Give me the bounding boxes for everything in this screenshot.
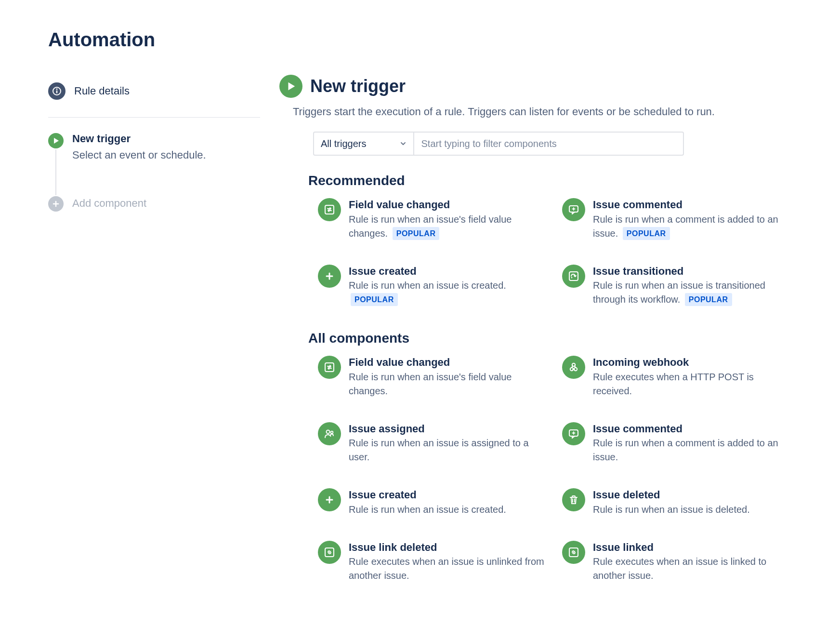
plus-icon: [318, 265, 341, 288]
popular-badge: POPULAR: [685, 293, 732, 306]
webhook-icon: [562, 356, 585, 379]
popular-badge: POPULAR: [351, 293, 398, 306]
step-subtitle: Select an event or schedule.: [72, 149, 206, 161]
plus-icon: [48, 196, 64, 212]
trigger-card-desc: Rule is run when an issue's field value …: [349, 370, 548, 398]
trigger-card-title: Issue created: [349, 265, 548, 278]
trigger-card-desc: Rule executes when a HTTP POST is receiv…: [593, 370, 792, 398]
main-description: Triggers start the execution of a rule. …: [293, 106, 792, 118]
add-component-label: Add component: [72, 197, 146, 210]
main-panel: New trigger Triggers start the execution…: [279, 75, 792, 607]
trigger-card-title: Issue transitioned: [593, 265, 792, 278]
trigger-grid: Field value changedRule is run when an i…: [318, 198, 792, 307]
trigger-card-desc: Rule executes when an issue is linked to…: [593, 555, 792, 583]
trigger-card-title: Issue commented: [593, 422, 792, 436]
link-icon: [562, 541, 585, 564]
trigger-card-title: Issue assigned: [349, 422, 548, 436]
trigger-card-title: Issue created: [349, 488, 548, 502]
popular-badge: POPULAR: [393, 227, 440, 240]
sidebar: Rule details New trigger Select an event…: [48, 75, 260, 607]
trigger-card-desc: Rule is run when an issue is created.: [349, 503, 548, 517]
trigger-card-issue-deleted[interactable]: Issue deletedRule is run when an issue i…: [562, 488, 792, 517]
comment-icon: [562, 422, 585, 445]
trigger-card-desc: Rule is run when an issue is transitione…: [593, 279, 792, 307]
trigger-card-field-value-changed[interactable]: Field value changedRule is run when an i…: [318, 198, 548, 240]
page-title: Automation: [48, 29, 792, 51]
trigger-card-desc: Rule is run when a comment is added to a…: [593, 213, 792, 240]
plus-icon: [318, 488, 341, 511]
trigger-card-issue-commented[interactable]: Issue commentedRule is run when a commen…: [562, 198, 792, 240]
swap-icon: [318, 356, 341, 379]
assign-icon: [318, 422, 341, 445]
trigger-card-desc: Rule is run when an issue's field value …: [349, 213, 548, 240]
trigger-card-desc: Rule executes when an issue is unlinked …: [349, 555, 548, 583]
comment-icon: [562, 198, 585, 221]
trigger-card-title: Incoming webhook: [593, 356, 792, 369]
section-heading: All components: [308, 331, 792, 346]
trigger-card-issue-assigned[interactable]: Issue assignedRule is run when an issue …: [318, 422, 548, 465]
swap-icon: [318, 198, 341, 221]
trigger-card-issue-created[interactable]: Issue createdRule is run when an issue i…: [318, 488, 548, 517]
trigger-card-incoming-webhook[interactable]: Incoming webhookRule executes when a HTT…: [562, 356, 792, 398]
trigger-card-title: Issue commented: [593, 198, 792, 212]
trigger-card-issue-created[interactable]: Issue createdRule is run when an issue i…: [318, 265, 548, 307]
trigger-card-issue-commented[interactable]: Issue commentedRule is run when a commen…: [562, 422, 792, 465]
trigger-card-title: Field value changed: [349, 198, 548, 212]
step-new-trigger[interactable]: New trigger Select an event or schedule.: [48, 132, 260, 161]
trigger-card-issue-link-deleted[interactable]: Issue link deletedRule executes when an …: [318, 541, 548, 583]
trigger-card-title: Issue link deleted: [349, 541, 548, 554]
trigger-grid: Field value changedRule is run when an i…: [318, 356, 792, 583]
component-filter-input[interactable]: [414, 132, 684, 156]
add-component-button[interactable]: Add component: [48, 195, 260, 212]
trigger-card-desc: Rule is run when an issue is assigned to…: [349, 436, 548, 464]
play-icon: [48, 133, 64, 148]
divider: [48, 117, 260, 118]
unlink-icon: [318, 541, 341, 564]
trigger-card-title: Issue deleted: [593, 488, 792, 502]
info-icon: [48, 82, 66, 100]
step-connector: [55, 149, 56, 195]
trigger-card-field-value-changed[interactable]: Field value changedRule is run when an i…: [318, 356, 548, 398]
trigger-card-title: Issue linked: [593, 541, 792, 554]
step-title: New trigger: [72, 132, 206, 146]
trigger-card-title: Field value changed: [349, 356, 548, 369]
trigger-card-desc: Rule is run when a comment is added to a…: [593, 436, 792, 464]
transition-icon: [562, 265, 585, 288]
dropdown-label: All triggers: [321, 138, 366, 149]
trigger-card-issue-linked[interactable]: Issue linkedRule executes when an issue …: [562, 541, 792, 583]
trash-icon: [562, 488, 585, 511]
main-title: New trigger: [310, 76, 406, 96]
trigger-category-dropdown[interactable]: All triggers: [313, 132, 414, 156]
popular-badge: POPULAR: [623, 227, 670, 240]
trigger-card-desc: Rule is run when an issue is created. PO…: [349, 279, 548, 307]
rule-details-label: Rule details: [74, 85, 130, 97]
play-icon: [279, 75, 302, 98]
trigger-card-desc: Rule is run when an issue is deleted.: [593, 503, 792, 517]
section-heading: Recommended: [308, 173, 792, 188]
rule-details-button[interactable]: Rule details: [48, 75, 260, 107]
trigger-card-issue-transitioned[interactable]: Issue transitionedRule is run when an is…: [562, 265, 792, 307]
chevron-down-icon: [400, 138, 407, 149]
